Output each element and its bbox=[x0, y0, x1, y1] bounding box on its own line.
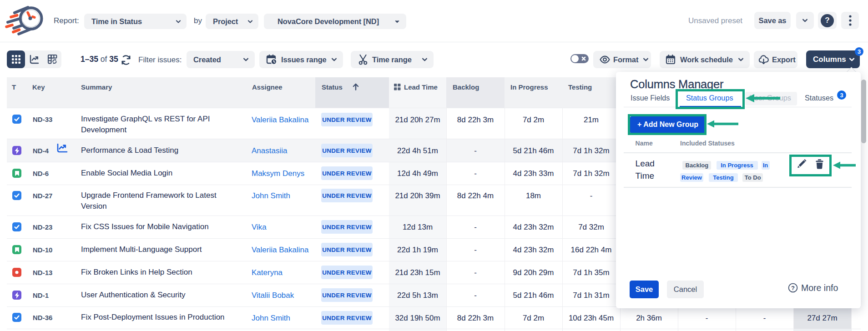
svg-text:?: ? bbox=[791, 285, 795, 291]
